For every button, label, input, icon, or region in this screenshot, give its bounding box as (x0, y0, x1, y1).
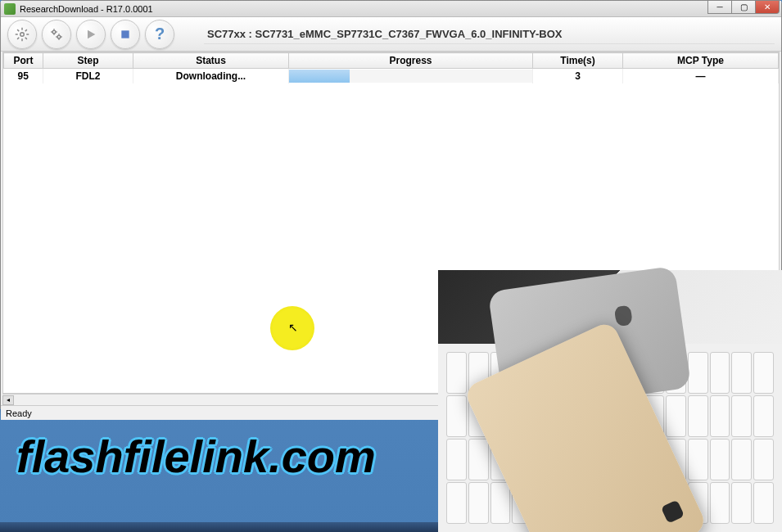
progress-fill (289, 70, 350, 83)
question-icon: ? (155, 25, 165, 43)
window-title: ResearchDownload - R17.0.0001 (20, 4, 153, 14)
device-info-label: SC77xx : SC7731_eMMC_SP7731C_C7367_FWVGA… (204, 25, 775, 44)
stop-button[interactable] (111, 20, 140, 49)
col-port[interactable]: Port (4, 53, 43, 69)
col-progress[interactable]: Progress (289, 53, 533, 69)
svg-point-0 (20, 32, 25, 36)
svg-rect-3 (121, 30, 129, 38)
maximize-button[interactable]: ▢ (731, 1, 756, 14)
col-step[interactable]: Step (43, 53, 133, 69)
col-time[interactable]: Time(s) (533, 53, 623, 69)
gear-icon (15, 27, 29, 42)
cell-status: Downloading... (133, 69, 289, 84)
stop-icon (120, 29, 131, 40)
svg-point-1 (52, 30, 56, 34)
window-controls: ─ ▢ ✕ (708, 1, 780, 14)
cell-time: 3 (533, 69, 623, 84)
watermark-text: flashfilelink.com (16, 430, 376, 483)
play-icon (84, 28, 97, 41)
cell-port: 95 (4, 69, 43, 84)
table-row[interactable]: 95 FDL2 Downloading... 3 — (4, 69, 779, 84)
apple-logo-icon (614, 305, 633, 327)
cell-step: FDL2 (43, 69, 133, 84)
col-mcp[interactable]: MCP Type (623, 53, 779, 69)
toolbar: ? SC77xx : SC7731_eMMC_SP7731C_C7367_FWV… (1, 17, 781, 52)
cursor-icon: ↖ (288, 321, 298, 334)
svg-point-2 (57, 35, 61, 38)
camera-icon (661, 499, 685, 523)
table-header-row: Port Step Status Progress Time(s) MCP Ty… (4, 53, 779, 69)
start-button[interactable] (76, 20, 106, 49)
cell-progress (289, 69, 533, 84)
col-status[interactable]: Status (133, 53, 289, 69)
cell-mcp: — (623, 69, 779, 84)
taskbar[interactable] (0, 522, 438, 532)
help-button[interactable]: ? (145, 20, 174, 49)
gears-icon (49, 27, 64, 42)
close-button[interactable]: ✕ (755, 1, 780, 14)
titlebar[interactable]: ResearchDownload - R17.0.0001 ─ ▢ ✕ (1, 1, 781, 17)
scroll-left-arrow[interactable]: ◂ (2, 395, 14, 405)
status-text: Ready (6, 408, 32, 418)
app-icon (4, 3, 16, 15)
photo-overlay (438, 270, 782, 532)
settings-button[interactable] (7, 20, 37, 49)
download-table: Port Step Status Progress Time(s) MCP Ty… (3, 52, 779, 83)
multi-settings-button[interactable] (42, 20, 71, 49)
minimize-button[interactable]: ─ (707, 1, 732, 14)
progress-bar (289, 70, 532, 83)
